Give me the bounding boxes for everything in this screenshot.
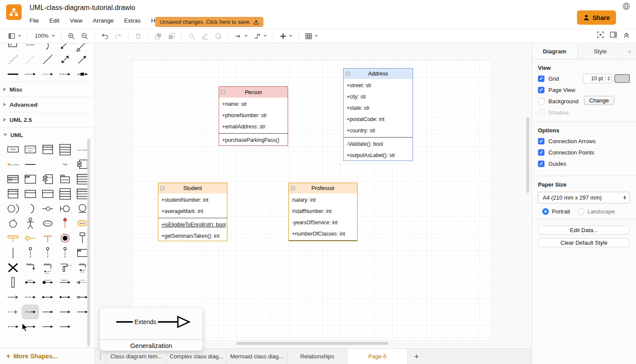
class-attribute[interactable]: +studentNumber: int bbox=[158, 194, 227, 206]
class-attribute[interactable]: +emailAddress: str bbox=[219, 121, 288, 132]
class-method[interactable]: -Validate(): bool bbox=[344, 138, 413, 150]
class-attribute[interactable]: +averageMark: int bbox=[158, 206, 227, 217]
collapse-toggle[interactable]: − bbox=[221, 90, 225, 94]
shape-dblarrow2[interactable] bbox=[74, 43, 91, 52]
share-button[interactable]: Share bbox=[577, 10, 616, 25]
uml-class-student[interactable]: −Student+studentNumber: int+averageMark:… bbox=[158, 183, 227, 241]
language-globe-icon[interactable] bbox=[622, 2, 630, 10]
vertical-scrollbar[interactable] bbox=[526, 117, 529, 193]
clear-default-style-button[interactable]: Clear Default Style bbox=[538, 238, 630, 247]
section-advanced[interactable]: Advanced bbox=[0, 97, 95, 112]
table-button[interactable] bbox=[303, 32, 320, 41]
shape-diagboth[interactable] bbox=[56, 52, 74, 67]
shape-control[interactable] bbox=[4, 216, 22, 231]
shape-hfork[interactable] bbox=[4, 231, 22, 246]
shadow-button[interactable] bbox=[213, 32, 224, 41]
shape-class3[interactable] bbox=[39, 142, 56, 157]
menu-view[interactable]: View bbox=[70, 17, 82, 24]
shape-activation[interactable] bbox=[4, 275, 22, 290]
collapse-toggle[interactable]: − bbox=[291, 187, 295, 190]
connection-arrows-checkbox[interactable]: ✓ bbox=[538, 138, 544, 144]
line-color-button[interactable] bbox=[200, 32, 210, 41]
diagram-canvas[interactable]: −Person+name: str+phoneNumber: str+email… bbox=[95, 43, 531, 348]
shape-selfmsg[interactable]: dispatch bbox=[22, 260, 39, 275]
shape-curve[interactable] bbox=[39, 43, 56, 52]
landscape-radio[interactable] bbox=[578, 208, 584, 215]
shape-tbar[interactable] bbox=[39, 231, 56, 246]
format-panel-icon[interactable] bbox=[610, 32, 617, 38]
class-attribute[interactable]: +state: str bbox=[344, 102, 413, 114]
class-method[interactable]: +isEligibleToEnroll(str): bool bbox=[158, 219, 227, 230]
shape-titlelbl[interactable]: Title bbox=[56, 157, 74, 172]
edit-data-button[interactable]: Edit Data... bbox=[538, 226, 630, 235]
insert-button[interactable] bbox=[278, 32, 294, 41]
shape-selfmsg2[interactable]: dispatchreturn bbox=[39, 260, 56, 275]
grid-color-swatch[interactable] bbox=[614, 74, 630, 83]
section-uml-2-5[interactable]: UML 2.5 bbox=[0, 112, 95, 127]
shape-arrowline[interactable] bbox=[39, 305, 56, 319]
guides-checkbox[interactable]: ✓ bbox=[538, 161, 544, 167]
shape-boxarrow[interactable] bbox=[74, 67, 91, 82]
shape-arrowopen[interactable] bbox=[4, 290, 22, 305]
delete-button[interactable] bbox=[133, 32, 144, 41]
pages-menu-button[interactable]: ⋮ bbox=[95, 349, 106, 364]
fullscreen-icon[interactable] bbox=[597, 31, 604, 38]
waypoints-button[interactable] bbox=[252, 32, 269, 41]
shape-arrowline[interactable] bbox=[56, 305, 74, 319]
collapse-toggle[interactable]: − bbox=[161, 187, 164, 190]
shape-arrowline[interactable] bbox=[56, 319, 74, 334]
zoom-out-button[interactable] bbox=[79, 32, 90, 41]
shape-linkarrow[interactable] bbox=[22, 305, 39, 319]
shape-attrsm[interactable]: item: attribute bbox=[4, 157, 22, 172]
tab-diagram[interactable]: Diagram bbox=[532, 43, 577, 59]
shape-dashdiag2[interactable] bbox=[22, 52, 39, 67]
shape-diagarrow[interactable] bbox=[74, 52, 91, 67]
connection-button[interactable] bbox=[233, 32, 249, 41]
background-checkbox[interactable] bbox=[538, 98, 544, 105]
shape-msgsolid[interactable]: dispatch bbox=[22, 275, 39, 290]
class-attribute[interactable]: +city: str bbox=[344, 91, 413, 102]
shape-listitem[interactable]: List Item bbox=[22, 43, 39, 52]
page-tab-1[interactable]: Class diagram tem... bbox=[106, 349, 167, 364]
shape-arrowboth[interactable] bbox=[39, 290, 56, 305]
shape-classsm[interactable] bbox=[4, 172, 22, 187]
uml-class-professor[interactable]: −Professor/salary: int#staffNumber: int-… bbox=[288, 183, 357, 241]
uml-class-address[interactable]: −Address+street: str+city: str+state: st… bbox=[343, 68, 413, 161]
shape-finalnode[interactable] bbox=[56, 231, 74, 246]
shape-dasharrow2[interactable] bbox=[56, 67, 74, 82]
portrait-radio[interactable] bbox=[542, 208, 549, 215]
shape-arrowlbl[interactable] bbox=[22, 67, 39, 82]
shape-msgarrow[interactable]: dispatch bbox=[56, 275, 74, 290]
shape-xbig[interactable] bbox=[4, 260, 22, 275]
class-method[interactable]: +purchaseParkingPass() bbox=[219, 134, 288, 146]
shape-vlinecirc[interactable] bbox=[39, 246, 56, 260]
class-attribute[interactable]: +country: str bbox=[344, 125, 413, 136]
grid-size-input[interactable]: 10 pt bbox=[583, 74, 606, 83]
shape-class4[interactable] bbox=[56, 142, 74, 157]
shape-interface[interactable]: «interface»Name bbox=[22, 142, 39, 157]
shape-dashopen[interactable] bbox=[4, 305, 22, 319]
class-method[interactable]: +outputAsLabel(): str bbox=[344, 150, 413, 161]
shape-classb[interactable] bbox=[22, 187, 39, 201]
shape-msgdot[interactable]: dispatch bbox=[39, 275, 56, 290]
class-attribute[interactable]: +street: str bbox=[344, 80, 413, 91]
to-front-button[interactable] bbox=[153, 32, 164, 41]
add-page-button[interactable]: + bbox=[408, 349, 425, 364]
shape-ellipsesm[interactable]: Use Case bbox=[39, 216, 56, 231]
class-attribute[interactable]: /salary: int bbox=[289, 194, 357, 206]
shape-hline[interactable] bbox=[22, 157, 39, 172]
collapse-icon[interactable] bbox=[623, 32, 630, 38]
class-method[interactable]: +getSeminarsTaken(): int bbox=[158, 230, 227, 241]
redo-button[interactable] bbox=[113, 32, 124, 41]
shape-diamondh[interactable] bbox=[22, 231, 39, 246]
shape-selfcall[interactable]: self call bbox=[56, 260, 74, 275]
shape-module[interactable]: Module bbox=[39, 172, 56, 187]
shape-class4[interactable] bbox=[56, 187, 74, 201]
shape-dashdiag[interactable] bbox=[4, 52, 22, 67]
tab-style[interactable]: Style bbox=[577, 43, 623, 59]
shape-classb[interactable] bbox=[39, 187, 56, 201]
shape-arrowline[interactable] bbox=[39, 319, 56, 334]
page-tab-4[interactable]: Relationships bbox=[287, 349, 348, 364]
shape-object[interactable]: Object bbox=[4, 142, 22, 157]
shape-actor[interactable] bbox=[22, 216, 39, 231]
